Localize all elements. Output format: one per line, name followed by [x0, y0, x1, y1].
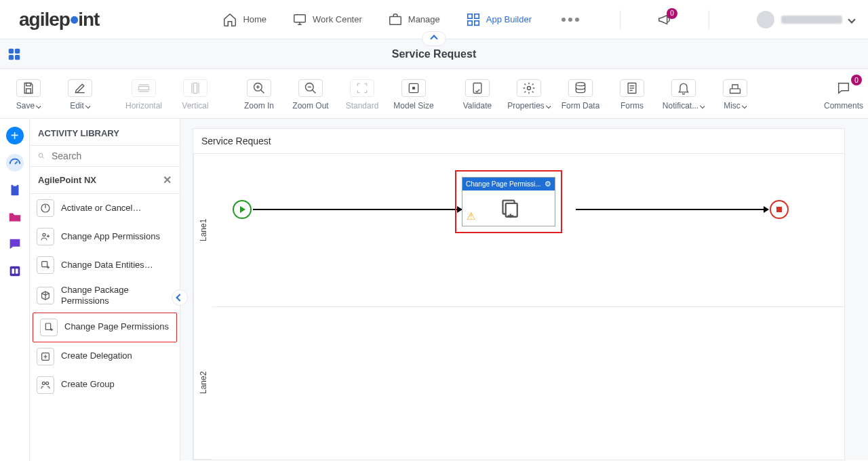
search-input[interactable] — [50, 150, 172, 162]
end-node[interactable] — [770, 200, 789, 219]
tool-save[interactable]: Save — [3, 75, 54, 115]
rail-item-chat[interactable] — [6, 235, 24, 253]
start-node[interactable] — [233, 200, 252, 219]
nav-app-builder[interactable]: App Builder — [466, 12, 532, 27]
app-switcher-button[interactable] — [7, 47, 22, 62]
nav-manage-label: Manage — [408, 14, 440, 24]
library-item-label: Change Data Entities… — [61, 260, 153, 270]
close-icon[interactable]: ✕ — [163, 174, 172, 186]
tool-model-size[interactable]: Model Size — [388, 75, 439, 115]
activity-node[interactable]: Change Page Permissi... ⚙ ⚠ — [462, 177, 555, 226]
rail-item-blocks[interactable] — [6, 262, 24, 280]
canvas-area: Service Request Lane1 Lane2 Change Page … — [180, 119, 868, 460]
announcements-button[interactable]: 0 — [657, 12, 672, 27]
library-item-list: Activate or Cancel… Change App Permissio… — [30, 194, 180, 460]
library-item[interactable]: Create Group — [30, 371, 180, 399]
people-plus-icon — [40, 231, 51, 242]
collapse-header-button[interactable] — [422, 31, 446, 46]
page-permission-icon — [497, 197, 520, 220]
blocks-icon — [7, 264, 22, 279]
library-item[interactable]: Change App Permissions — [30, 222, 180, 251]
comment-icon — [836, 81, 851, 96]
play-icon — [240, 206, 245, 213]
tool-validate[interactable]: Validate — [452, 75, 503, 115]
library-item-label: Create Group — [61, 379, 115, 390]
nav-work-center-label: Work Center — [313, 14, 362, 24]
rail-item-clipboard[interactable] — [6, 181, 24, 199]
tool-form-data[interactable]: Form Data — [555, 75, 606, 115]
subheader: Service Request — [0, 39, 868, 69]
tool-forms[interactable]: Forms — [606, 75, 658, 115]
library-item[interactable]: Activate or Cancel… — [30, 194, 180, 222]
activity-body: ⚠ — [462, 191, 555, 226]
rail-add-button[interactable]: + — [6, 127, 24, 144]
activity-library: ACTIVITY LIBRARY AgilePoint NX ✕ Activat… — [30, 119, 180, 460]
svg-rect-2 — [468, 14, 472, 18]
user-menu[interactable] — [757, 11, 854, 28]
tool-save-label: Save — [16, 101, 35, 111]
gear-icon[interactable]: ⚙ — [545, 180, 551, 188]
connector[interactable] — [253, 209, 462, 210]
lane-1[interactable]: Change Page Permissi... ⚙ ⚠ — [212, 154, 844, 306]
pencil-icon — [73, 81, 87, 95]
zoom-out-icon — [304, 81, 317, 95]
tool-zoom-in[interactable]: Zoom In — [233, 75, 285, 115]
apps-icon — [7, 47, 22, 62]
tool-comments[interactable]: 0Comments — [822, 75, 865, 115]
library-item-highlighted[interactable]: Change Page Permissions — [33, 313, 177, 342]
svg-rect-37 — [9, 266, 20, 277]
nav-overflow[interactable] — [557, 14, 583, 26]
tool-misc-label: Misc — [724, 101, 741, 111]
rail-item-dashboard[interactable] — [6, 154, 24, 172]
stop-icon — [776, 207, 782, 212]
lane-labels: Lane1 Lane2 — [193, 154, 212, 460]
lane-label[interactable]: Lane1 — [193, 154, 212, 306]
library-group-header[interactable]: AgilePoint NX ✕ — [30, 167, 180, 194]
collapse-library-button[interactable] — [172, 289, 188, 306]
connector[interactable] — [576, 209, 768, 210]
tool-properties[interactable]: Properties — [503, 75, 555, 115]
rail-item-folder[interactable] — [6, 208, 24, 226]
activity-header[interactable]: Change Page Permissi... ⚙ — [462, 178, 555, 191]
tool-comments-label: Comments — [824, 101, 863, 111]
tool-zoom-out[interactable]: Zoom Out — [285, 75, 336, 115]
process-canvas[interactable]: Service Request Lane1 Lane2 Change Page … — [193, 128, 845, 460]
page-title: Service Request — [392, 48, 477, 60]
logo-text-post: int — [78, 9, 99, 31]
lane-label[interactable]: Lane2 — [193, 306, 212, 460]
library-search[interactable] — [30, 145, 180, 167]
validate-icon — [471, 81, 484, 95]
gauge-icon — [7, 155, 22, 170]
svg-rect-1 — [390, 16, 401, 24]
chevron-down-icon — [700, 103, 705, 108]
nav-manage[interactable]: Manage — [388, 12, 440, 27]
svg-line-24 — [313, 90, 316, 94]
main-area: + ACTIVITY LIBRARY AgilePoint NX ✕ Activ… — [0, 119, 868, 460]
nav-work-center[interactable]: Work Center — [292, 12, 362, 27]
chevron-down-icon — [85, 103, 90, 108]
tool-standard-label: Standard — [346, 101, 379, 111]
tool-zoom-in-label: Zoom In — [244, 101, 274, 111]
group-icon — [40, 380, 51, 390]
package-icon — [40, 290, 51, 301]
lane-2[interactable] — [212, 306, 844, 460]
svg-line-41 — [42, 157, 44, 159]
nav-home[interactable]: Home — [222, 12, 267, 27]
library-item[interactable]: Change Package Permissions — [30, 279, 180, 313]
tool-edit[interactable]: Edit — [54, 75, 106, 115]
gear-icon — [522, 81, 536, 95]
svg-line-21 — [261, 90, 264, 94]
tool-notifications[interactable]: Notificat... — [658, 75, 709, 115]
library-heading: ACTIVITY LIBRARY — [30, 119, 180, 145]
database-icon — [574, 81, 587, 95]
tool-zoom-out-label: Zoom Out — [292, 101, 328, 111]
header-separator — [620, 10, 620, 29]
search-icon — [38, 150, 45, 162]
svg-rect-10 — [26, 83, 31, 86]
library-item[interactable]: Create Delegation — [30, 342, 180, 371]
library-item-label: Activate or Cancel… — [61, 203, 142, 214]
library-item[interactable]: Change Data Entities… — [30, 251, 180, 279]
svg-rect-51 — [506, 203, 517, 217]
tool-misc[interactable]: Misc — [709, 75, 761, 115]
library-item-label: Change Page Permissions — [64, 321, 169, 332]
